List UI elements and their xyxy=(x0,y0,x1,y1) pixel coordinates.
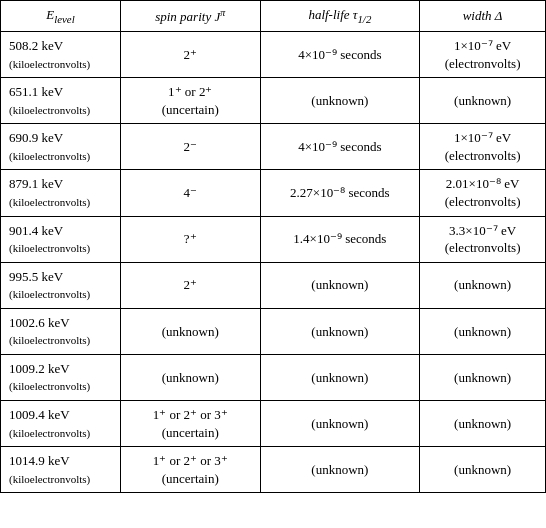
table-row: 1014.9 keV(kiloelectronvolts)1⁺ or 2⁺ or… xyxy=(1,447,546,493)
header-spin: spin parity Jπ xyxy=(120,1,260,32)
cell-spin: (unknown) xyxy=(120,308,260,354)
cell-spin: 2⁺ xyxy=(120,262,260,308)
cell-width: 1×10⁻⁷ eV(electronvolts) xyxy=(420,124,546,170)
cell-spin: 1⁺ or 2⁺ or 3⁺(uncertain) xyxy=(120,400,260,446)
cell-level: 1009.2 keV(kiloelectronvolts) xyxy=(1,354,121,400)
table-row: 1009.2 keV(kiloelectronvolts)(unknown)(u… xyxy=(1,354,546,400)
cell-halflife: (unknown) xyxy=(260,308,420,354)
cell-width: (unknown) xyxy=(420,78,546,124)
table-row: 651.1 keV(kiloelectronvolts)1⁺ or 2⁺(unc… xyxy=(1,78,546,124)
nuclear-levels-table: Elevel spin parity Jπ half-life τ1/2 wid… xyxy=(0,0,546,493)
cell-level: 901.4 keV(kiloelectronvolts) xyxy=(1,216,121,262)
cell-halflife: 4×10⁻⁹ seconds xyxy=(260,32,420,78)
cell-width: (unknown) xyxy=(420,400,546,446)
cell-level: 1014.9 keV(kiloelectronvolts) xyxy=(1,447,121,493)
header-halflife: half-life τ1/2 xyxy=(260,1,420,32)
cell-spin: 2⁻ xyxy=(120,124,260,170)
cell-halflife: 1.4×10⁻⁹ seconds xyxy=(260,216,420,262)
cell-level: 690.9 keV(kiloelectronvolts) xyxy=(1,124,121,170)
cell-spin: 1⁺ or 2⁺ or 3⁺(uncertain) xyxy=(120,447,260,493)
cell-width: 2.01×10⁻⁸ eV(electronvolts) xyxy=(420,170,546,216)
table-row: 690.9 keV(kiloelectronvolts)2⁻4×10⁻⁹ sec… xyxy=(1,124,546,170)
cell-halflife: 2.27×10⁻⁸ seconds xyxy=(260,170,420,216)
cell-width: (unknown) xyxy=(420,262,546,308)
table-row: 879.1 keV(kiloelectronvolts)4⁻2.27×10⁻⁸ … xyxy=(1,170,546,216)
cell-halflife: (unknown) xyxy=(260,354,420,400)
table-row: 1009.4 keV(kiloelectronvolts)1⁺ or 2⁺ or… xyxy=(1,400,546,446)
cell-halflife: 4×10⁻⁹ seconds xyxy=(260,124,420,170)
table-row: 508.2 keV(kiloelectronvolts)2⁺4×10⁻⁹ sec… xyxy=(1,32,546,78)
cell-width: (unknown) xyxy=(420,447,546,493)
cell-level: 651.1 keV(kiloelectronvolts) xyxy=(1,78,121,124)
cell-spin: 4⁻ xyxy=(120,170,260,216)
cell-level: 508.2 keV(kiloelectronvolts) xyxy=(1,32,121,78)
table-row: 1002.6 keV(kiloelectronvolts)(unknown)(u… xyxy=(1,308,546,354)
cell-level: 879.1 keV(kiloelectronvolts) xyxy=(1,170,121,216)
table-row: 995.5 keV(kiloelectronvolts)2⁺(unknown)(… xyxy=(1,262,546,308)
cell-halflife: (unknown) xyxy=(260,262,420,308)
cell-width: (unknown) xyxy=(420,354,546,400)
cell-level: 1002.6 keV(kiloelectronvolts) xyxy=(1,308,121,354)
cell-spin: 2⁺ xyxy=(120,32,260,78)
cell-halflife: (unknown) xyxy=(260,447,420,493)
header-elevel: Elevel xyxy=(1,1,121,32)
cell-level: 995.5 keV(kiloelectronvolts) xyxy=(1,262,121,308)
table-row: 901.4 keV(kiloelectronvolts)?⁺1.4×10⁻⁹ s… xyxy=(1,216,546,262)
cell-halflife: (unknown) xyxy=(260,400,420,446)
header-width: width Δ xyxy=(420,1,546,32)
cell-halflife: (unknown) xyxy=(260,78,420,124)
cell-spin: ?⁺ xyxy=(120,216,260,262)
cell-width: 3.3×10⁻⁷ eV(electronvolts) xyxy=(420,216,546,262)
cell-level: 1009.4 keV(kiloelectronvolts) xyxy=(1,400,121,446)
cell-spin: (unknown) xyxy=(120,354,260,400)
cell-spin: 1⁺ or 2⁺(uncertain) xyxy=(120,78,260,124)
cell-width: 1×10⁻⁷ eV(electronvolts) xyxy=(420,32,546,78)
cell-width: (unknown) xyxy=(420,308,546,354)
